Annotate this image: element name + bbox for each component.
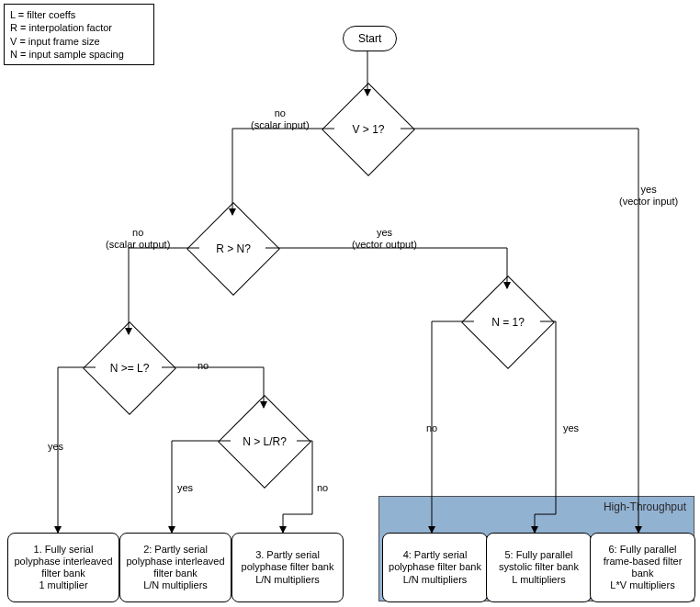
decision-r-gt-n: R > N? — [186, 202, 280, 296]
edge-rn-yes-sub: (vector output) — [352, 239, 417, 251]
decision-n-ge-l-text: N >= L? — [88, 362, 171, 375]
outcome-5-text: 5: Fully parallel systolic filter bankL … — [491, 549, 587, 586]
edge-rn-yes: yes (vector output) — [352, 227, 417, 251]
decision-r-gt-n-text: R > N? — [192, 242, 275, 255]
outcome-5: 5: Fully parallel systolic filter bankL … — [486, 533, 592, 602]
outcome-4: 4: Partly serial polyphase filter bankL/… — [382, 533, 488, 602]
edge-nl-no: no — [198, 360, 209, 372]
legend-box: L = filter coeffs R = interpolation fact… — [4, 4, 154, 65]
edge-rn-no-sub: (scalar output) — [106, 239, 170, 251]
decision-n-eq-1: N = 1? — [461, 275, 555, 369]
decision-v-gt-1-text: V > 1? — [327, 123, 410, 136]
legend-line-1: L = filter coeffs — [10, 8, 148, 21]
region-title: High-Throughput — [604, 500, 686, 513]
flowchart-canvas: L = filter coeffs R = interpolation fact… — [0, 0, 700, 607]
outcome-1-text: 1. Fully serial polyphase interleaved fi… — [12, 544, 115, 592]
legend-line-3: V = input frame size — [10, 35, 148, 48]
edge-v-no: no (scalar input) — [251, 107, 310, 131]
outcome-4-text: 4: Partly serial polyphase filter bankL/… — [387, 549, 483, 586]
start-label: Start — [358, 32, 381, 45]
decision-n-eq-1-text: N = 1? — [467, 316, 549, 329]
edge-v-no-text: no — [251, 107, 310, 119]
edge-nlr-yes: yes — [177, 482, 193, 494]
edge-rn-yes-text: yes — [352, 227, 417, 239]
decision-v-gt-1: V > 1? — [322, 83, 415, 176]
edge-v-no-sub: (scalar input) — [251, 119, 310, 131]
edge-n1-yes: yes — [563, 422, 579, 434]
outcome-6-text: 6: Fully parallel frame-based filter ban… — [594, 544, 691, 592]
start-node: Start — [343, 26, 397, 51]
edge-rn-no-text: no — [106, 227, 170, 239]
outcome-3-text: 3. Partly serial polyphase filter bankL/… — [236, 549, 339, 586]
decision-n-gt-lr: N > L/R? — [218, 395, 311, 489]
outcome-1: 1. Fully serial polyphase interleaved fi… — [7, 533, 119, 602]
outcome-2: 2: Partly serial polyphase interleaved f… — [119, 533, 231, 602]
edge-v-yes-text: yes — [619, 184, 678, 196]
decision-n-ge-l: N >= L? — [83, 321, 176, 415]
edge-n1-no: no — [426, 422, 437, 434]
outcome-3: 3. Partly serial polyphase filter bankL/… — [231, 533, 344, 602]
edge-nl-yes: yes — [48, 441, 63, 453]
outcome-2-text: 2: Partly serial polyphase interleaved f… — [124, 544, 227, 592]
edge-nlr-no: no — [317, 482, 328, 494]
edge-v-yes-sub: (vector input) — [619, 196, 678, 208]
legend-line-2: R = interpolation factor — [10, 21, 148, 34]
decision-n-gt-lr-text: N > L/R? — [223, 435, 306, 448]
edge-rn-no: no (scalar output) — [106, 227, 170, 251]
legend-line-4: N = input sample spacing — [10, 48, 148, 61]
edge-v-yes: yes (vector input) — [619, 184, 678, 208]
outcome-6: 6: Fully parallel frame-based filter ban… — [590, 533, 695, 602]
